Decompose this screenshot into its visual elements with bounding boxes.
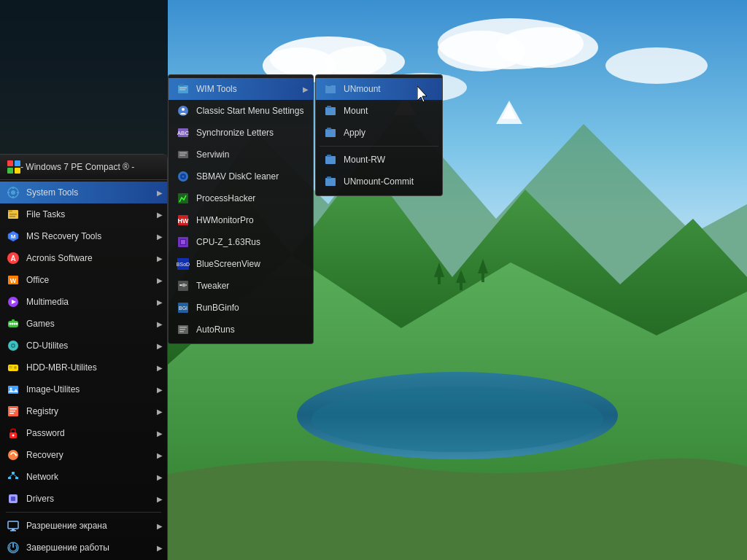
svg-rect-112 [327,106,331,108]
menu-item-office-arrow: ▶ [157,276,163,284]
svg-rect-68 [15,477,18,479]
svg-rect-66 [12,472,15,474]
svg-rect-55 [9,368,12,368]
menu-item-password[interactable]: Password ▶ [0,422,167,444]
bluescreenview-label: BlueScreenView [196,259,260,269]
wim-tweaker[interactable]: Tweaker [169,275,313,297]
svg-point-51 [12,345,15,347]
mount-rw-icon [323,152,338,167]
svg-rect-88 [179,155,185,156]
menu-item-shutdown-label: Завершение работы [26,542,109,553]
menu-item-resolution-label: Разрешение экрана [26,521,107,531]
svg-rect-111 [325,107,336,115]
unmount-icon [323,82,338,96]
menu-item-multimedia-label: Multimedia [26,297,69,307]
menu-item-network[interactable]: Network ▶ [0,466,167,488]
svg-point-3 [325,46,405,78]
classic-start-label: Classic Start Menu Settings [196,106,303,116]
wim-serviwin[interactable]: Serviwin [169,144,313,166]
menu-item-shutdown[interactable]: Завершение работы ▶ [0,537,167,559]
unmount-commit-item[interactable]: UNmount-Commit [316,171,442,192]
wim-sync-letters[interactable]: ABC Synchronize Letters [169,122,313,144]
sync-letters-icon: ABC [176,125,190,140]
menu-item-image[interactable]: Image-Utilites ▶ [0,378,167,400]
wim-sbmav[interactable]: SBMAV DiskC leaner [169,166,313,187]
svg-point-102 [182,284,186,287]
wim-tools-header[interactable]: WIM Tools ▶ [169,78,313,100]
menu-item-multimedia[interactable]: Multimedia ▶ [0,291,167,313]
svg-rect-108 [179,331,184,332]
menu-item-registry-label: Registry [26,406,58,416]
image-icon [6,382,20,397]
menu-item-hdd-label: HDD-MBR-Utilites [26,362,97,373]
svg-point-63 [12,435,15,437]
menu-item-system-tools[interactable]: System Tools ▶ [0,182,167,203]
menu-item-office[interactable]: W Office ▶ [0,269,167,291]
wim-bluescreenview[interactable]: BSoD BlueScreenView [169,253,313,275]
recovery-icon [6,448,20,462]
apply-item[interactable]: Apply [316,122,442,144]
wim-autoruns[interactable]: AutoRuns [169,319,313,341]
menu-item-drivers-label: Drivers [26,494,54,504]
mount-item[interactable]: Mount [316,100,442,122]
acronis-icon: A [6,251,20,265]
multimedia-icon [6,295,20,309]
menu-item-recovery-label: Recovery [26,450,63,460]
svg-rect-81 [179,90,185,90]
menu-item-image-label: Image-Utilites [26,384,80,394]
office-icon: W [6,273,20,287]
svg-rect-107 [179,329,185,330]
svg-rect-54 [9,366,12,367]
drivers-icon [6,491,20,506]
menu-item-hdd[interactable]: HDD-MBR-Utilites ▶ [0,357,167,378]
autoruns-label: AutoRuns [196,324,235,335]
menu-item-recovery[interactable]: Recovery ▶ [0,444,167,466]
wim-tools-list: WIM Tools ▶ Classic Start Menu Settings … [169,77,313,342]
menu-item-acronis[interactable]: A Acronis Software ▶ [0,247,167,269]
wim-hwmonitor[interactable]: HW HWMonitorPro [169,209,313,231]
network-icon [6,470,20,484]
unmount-item[interactable]: UNmount [316,78,442,100]
svg-point-10 [311,386,603,452]
unmount-commit-label: UNmount-Commit [344,176,414,187]
svg-rect-72 [11,497,15,501]
menu-item-cd-arrow: ▶ [157,342,163,350]
menu-item-drivers[interactable]: Drivers ▶ [0,488,167,510]
menu-item-resolution-arrow: ▶ [157,522,163,530]
menu-title-bar: - Windows 7 PE Compact ® - [0,155,167,180]
mount-label: Mount [344,106,368,116]
wim-processhacker[interactable]: ProcessHacker [169,187,313,209]
wim-tools-header-icon [176,82,190,96]
svg-point-91 [182,176,185,178]
sbmav-icon [176,169,190,184]
menu-item-file-tasks-arrow: ▶ [157,211,163,219]
autoruns-icon [176,322,190,337]
wim-cpuz[interactable]: CPU-Z_1.63Rus [169,231,313,253]
serviwin-icon [176,147,190,162]
svg-rect-117 [325,178,336,186]
bluescreenview-icon: BSoD [176,257,190,271]
svg-line-69 [9,474,13,477]
svg-rect-33 [8,210,12,212]
svg-rect-80 [179,88,187,88]
menu-item-cd[interactable]: CD-Utilites ▶ [0,335,167,357]
hdd-icon [6,360,20,375]
menu-item-ms-recovery[interactable]: M MS Recovery Tools ▶ [0,225,167,247]
runbginfo-label: RunBGinfo [196,303,239,313]
svg-rect-109 [325,85,336,93]
unmount-label: UNmount [344,84,381,94]
menu-item-resolution[interactable]: Разрешение экрана ▶ [0,515,167,537]
menu-item-games-label: Games [26,319,55,329]
apply-label: Apply [344,128,365,138]
menu-item-file-tasks[interactable]: File Tasks ▶ [0,203,167,225]
menu-item-registry[interactable]: Registry ▶ [0,400,167,422]
shutdown-icon [6,540,20,555]
sync-letters-label: Synchronize Letters [196,128,274,138]
wim-tools-submenu: WIM Tools ▶ Classic Start Menu Settings … [168,74,314,344]
wim-tools-header-arrow: ▶ [303,85,309,93]
wim-runbginfo[interactable]: BGI RunBGinfo [169,297,313,319]
ms-recovery-icon: M [6,229,20,244]
mount-rw-item[interactable]: Mount-RW [316,149,442,171]
wim-classic-start[interactable]: Classic Start Menu Settings [169,100,313,122]
menu-item-games[interactable]: Games ▶ [0,313,167,335]
